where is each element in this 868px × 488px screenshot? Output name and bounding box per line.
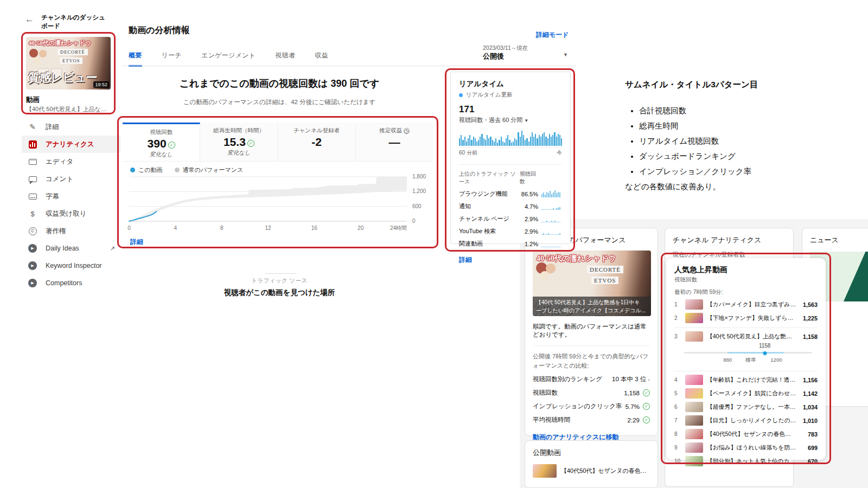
traffic-source-pct: 86.5% [518,191,538,197]
realtime-bar-chart [459,131,562,146]
note-bullet: インプレッション／クリック率 [639,164,813,179]
thumbnail-text: 質感レビュー [28,70,97,85]
trending-item[interactable]: 6【超優秀】ファンデなし。一本で艶肌になれる お...1,034 [674,402,818,412]
realtime-title: リアルタイム [459,79,562,89]
sidebar-item-monetization[interactable]: $収益受け取り [22,205,120,222]
note-footer: などの各数値に改善あり。 [625,179,813,195]
metric-value: 15.3✓ [200,136,277,149]
thumbnail-text: 40·50代の濡れシャドウ [29,39,91,47]
chart-detail-link[interactable]: 詳細 [130,237,143,247]
trending-rank: 3 [674,333,681,339]
advanced-mode-link[interactable]: 詳細モード [536,30,569,40]
video-title: 【ベースメイク】肌質に合わせたファンデの選び方... [707,390,796,397]
screenshot-canvas: ← チャンネルのダッシュ ボード 40·50代の濡れシャドウ DECORTÉ E… [0,0,868,488]
view-count: 783 [800,431,818,438]
tab-revenue[interactable]: 収益 [315,51,328,67]
video-thumbnail [685,442,703,453]
trending-rank: 1 [674,301,681,307]
tab-reach[interactable]: リーチ [162,51,182,67]
traffic-source-row[interactable]: チャンネル ページ2.9% [459,215,562,223]
comment-icon [27,174,38,184]
traffic-source-name: 通知 [459,202,518,210]
ranking-row[interactable]: 視聴回数別のランキング 10 本中 3 位› [533,375,650,383]
published-video-row[interactable]: 【40代50代】セザンヌの春色アイシャドウで... [533,464,650,478]
video-title: 【40代 50代若見え】上品な艶感を1... [26,105,112,113]
trending-item[interactable]: 2【下地×ファンデ】失敗しずらい！最新コンビネー...1,225 [674,313,818,323]
sidebar-item-editor[interactable]: エディタ [22,153,120,170]
pencil-icon: ✎ [27,121,38,132]
metric-watch-time[interactable]: 総再生時間（時間） 15.3✓ 変化なし [200,123,278,161]
date-mode-selector[interactable]: 公開後 [483,52,504,61]
trending-item[interactable]: 9【お悩み】ほうれい線落ちを防ぐ、ベースの効果的...699 [674,442,818,453]
metric-value: — [356,136,433,149]
video-label: 動画 [26,95,40,105]
sidebar-item-details[interactable]: ✎詳細 [22,118,120,136]
live-dot-icon [459,93,463,97]
metric-label: 視聴回数 [123,129,200,136]
duration-badge: 19:52 [93,81,109,88]
view-count: 1,563 [800,301,818,308]
metric-revenue[interactable]: 推定収益◷ — [356,123,433,161]
note-bullet: 総再生時間 [639,119,813,134]
performance-chart[interactable]: 06001,2001,80004812162024時間 [125,174,437,237]
tab-engagement[interactable]: エンゲージメント [201,51,256,67]
metric-cards: 視聴回数 390✓ 変化なし 総再生時間（時間） 15.3✓ 変化なし チャンネ… [123,123,433,162]
sidebar-item-analytics[interactable]: アナリティクス [22,136,120,153]
view-count: 1,034 [800,404,818,410]
video-thumbnail[interactable]: 40·50代の濡れシャドウ DECORTÉ ETVOS 質感レビュー 19:52 [26,37,111,89]
metric-views[interactable]: 視聴回数 390✓ 変化なし [123,123,200,161]
trending-item[interactable]: 7【目元】しっかりメイクしたのに頑張った感が出...1,010 [674,415,818,426]
product-swatch [34,57,40,64]
subscribers-label: 現在のチャンネル登録者数 [673,251,786,259]
traffic-source-row[interactable]: 関連動画1.2% [459,240,562,248]
sidebar-item-daily-ideas[interactable]: ▶Daily Ideas↗ [22,240,120,257]
trending-item[interactable]: 4【年齢肌】これだけで完結！透明感もキープ力も叶...1,156 [674,375,818,385]
sidebar-item-subtitles[interactable]: 字幕 [22,188,120,205]
trending-item[interactable]: 5【ベースメイク】肌質に合わせたファンデの選び方...1,142 [674,388,818,399]
list-divider [674,328,818,328]
trending-item[interactable]: 3【40代 50代若見え】上品な艶感を1日中キープし...1,158 [674,331,818,342]
card-title: チャンネル アナリティクス [673,235,786,245]
analytics-icon [27,139,38,150]
svg-text:24時間: 24時間 [390,225,407,231]
thumbnail-caption: 【40代 50代若見え】上品な艶感を1日中キ ープしたい時のアイメイク【コスメデ… [533,297,651,316]
sidebar-item-comments[interactable]: コメント [22,170,120,188]
sidebar-item-label: 著作権 [46,227,66,236]
traffic-source-row[interactable]: 通知4.7% [459,202,562,210]
video-title: 【40代50代】セザンヌの春色アイシャドウで... [561,467,650,475]
trending-item[interactable]: 1【カバーメイク】目立つ黒ずみをないことにできる...1,563 [674,299,818,310]
traffic-source-row[interactable]: ブラウジング機能86.5% [459,190,562,198]
back-arrow-icon[interactable]: ← [25,14,34,25]
sidebar-item-competitors[interactable]: ▶Competitors [22,274,120,292]
traffic-source-pct: 2.9% [518,228,538,235]
metric-value: -2 [278,136,355,149]
sidebar-item-label: Keyword Inspector [46,262,102,269]
realtime-updating: リアルタイム更新 [459,91,562,99]
traffic-sources-list: ブラウジング機能86.5%通知4.7%チャンネル ページ2.9%YouTube … [459,190,562,248]
legend-dot [130,168,135,172]
trending-item[interactable]: 10【部分別】ネット人気上位のカラー下地を比較して...670 [674,456,818,466]
svg-text:12: 12 [265,225,271,231]
copyright-icon: © [27,226,38,236]
traffic-source-row[interactable]: YouTube 検索2.9% [459,227,562,235]
svg-text:0: 0 [412,218,416,224]
chevron-down-icon[interactable]: ▼ [563,52,568,57]
traffic-source-title: 視聴者がこの動画を見つけた場所 [129,288,430,298]
realtime-count-label[interactable]: 視聴回数・過去 60 分間▼ [459,116,562,124]
video-thumbnail [685,331,703,342]
sidebar-item-keyword-inspector[interactable]: ▶Keyword Inspector [22,257,120,274]
realtime-detail-link[interactable]: 詳細 [459,255,472,265]
metric-subscribers[interactable]: チャンネル登録者 -2 [278,123,356,161]
back-title[interactable]: チャンネルのダッシュ ボード [41,14,117,30]
realtime-card: リアルタイム リアルタイム更新 171 視聴回数・過去 60 分間▼ 60 分前… [450,72,571,244]
comparison-slider[interactable]: 1158880標準1200 [684,343,812,367]
tab-overview[interactable]: 概要 [129,51,142,67]
trending-rank: 10 [674,458,681,464]
play-icon: ▶ [27,278,38,288]
trending-item[interactable]: 8【40代50代】セザンヌの春色アイシャドウで派手す...783 [674,429,818,439]
view-count: 1,142 [800,390,818,397]
slider-min-label: 880 [723,357,732,363]
sidebar-item-copyright[interactable]: ©著作権 [22,222,120,240]
video-title: 【目元】しっかりメイクしたのに頑張った感が出... [707,417,796,425]
tab-audience[interactable]: 視聴者 [275,51,295,67]
